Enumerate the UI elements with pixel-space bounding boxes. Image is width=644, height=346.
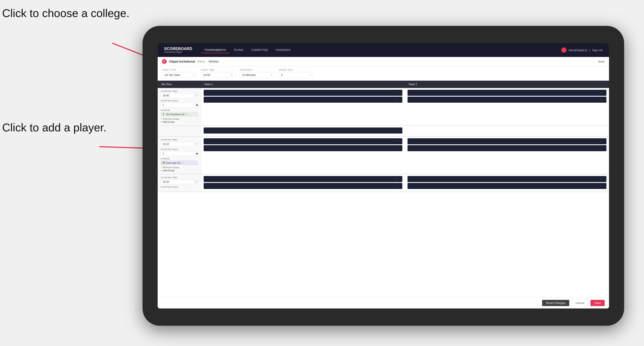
nav-user: blair@clippd.io | Sign out <box>561 47 602 53</box>
start-time-input[interactable]: 10:00 ⏱ <box>201 72 236 78</box>
nav-tab-committee[interactable]: COMMITTEE <box>248 47 272 53</box>
expand-icon[interactable]: ⋯ <box>398 185 400 187</box>
team2-cell-3: ✕ ⋯ ✕ ⋯ <box>405 174 609 192</box>
tablet-screen: SCOREBOARD Powered by clippd TOURNAMENTS… <box>158 43 609 309</box>
starting-hole-label: STARTING HOLE: <box>161 100 198 102</box>
player-slot[interactable]: ✕ ⋯ <box>408 145 606 151</box>
remove-player-icon[interactable]: ✕ <box>600 185 602 187</box>
left-col-1: STARTING TIME: ⏱ STARTING HOLE: ▾ COURSE… <box>158 88 201 126</box>
team2-cell-2: ✕ ⋯ ✕ ⋯ <box>405 136 609 174</box>
remove-course-icon[interactable]: ✕ <box>182 162 183 164</box>
course-tag-2[interactable]: 🌿 East Lake GC ✕ ⋯ <box>161 161 198 165</box>
player-slot[interactable]: ✕ ⋯ <box>204 176 402 182</box>
course-name-2: East Lake GC <box>166 162 181 164</box>
nav-bar: SCOREBOARD Powered by clippd TOURNAMENTS… <box>158 43 609 57</box>
course-label: COURSE: <box>161 158 198 160</box>
expand-icon[interactable]: ⋯ <box>398 129 400 132</box>
starting-hole-input-2[interactable] <box>161 151 195 156</box>
table-row: STARTING TIME: ⏱ STARTING HOLE: ✕ ⋯ <box>158 174 609 192</box>
sign-out-separator: | <box>589 48 590 52</box>
remove-player-icon[interactable]: ✕ <box>396 99 398 101</box>
player-slot[interactable]: ✕ ⋯ <box>408 183 606 189</box>
player-slot[interactable]: ✕ ⋯ <box>204 183 402 189</box>
course-label: COURSE: <box>161 109 198 111</box>
starting-time-input-1[interactable] <box>161 93 194 98</box>
add-group-btn-1[interactable]: + Add Group <box>161 121 198 123</box>
starting-hole-input-1[interactable] <box>161 103 195 107</box>
starting-time-label: STARTING TIME: <box>161 90 198 92</box>
player-slot[interactable]: ✕ ⋯ <box>204 145 402 151</box>
expand-icon[interactable]: ⋯ <box>398 147 400 150</box>
starting-time-input-2[interactable] <box>161 142 194 147</box>
course-icon: 🏌 <box>162 113 165 116</box>
expand-icon[interactable]: ⋯ <box>602 147 605 150</box>
expand-icon[interactable]: ⋯ <box>398 99 400 101</box>
remove-player-icon[interactable]: ✕ <box>396 147 398 150</box>
clock-icon: ⏱ <box>195 180 198 183</box>
player-slot[interactable]: ✕ ⋯ <box>408 176 606 182</box>
course-name-1: (A) Peachtree GC <box>166 113 185 116</box>
chevron-down-icon: ▾ <box>271 74 272 76</box>
expand-icon[interactable]: ⋯ <box>398 140 400 143</box>
table-row: STARTING TIME: ⏱ STARTING HOLE: ▾ COURSE… <box>158 88 609 126</box>
reset-changes-button[interactable]: Reset Changes <box>542 300 569 306</box>
nav-tab-tournaments[interactable]: TOURNAMENTS <box>201 47 229 53</box>
remove-player-icon[interactable]: ✕ <box>396 140 398 143</box>
player-slot[interactable]: ✕ ⋯ <box>408 138 606 144</box>
remove-player-icon[interactable]: ✕ <box>396 129 398 132</box>
sign-out-link[interactable]: Sign out <box>592 48 602 52</box>
save-button[interactable]: Save <box>590 300 605 306</box>
player-slot[interactable]: ✕ ⋯ <box>408 97 606 103</box>
expand-icon[interactable]: ⋯ <box>602 140 605 143</box>
tee-table: Tee Time Team 1 Team 2 STARTING TIME: ⏱ <box>158 81 609 192</box>
intervals-select[interactable]: 10 Minutes ▾ <box>240 72 274 78</box>
annotation-college: Click to choose a college. <box>2 6 130 20</box>
group-size-select[interactable]: 3 ▾ <box>278 72 313 78</box>
remove-player-icon[interactable]: ✕ <box>600 92 602 94</box>
remove-course-icon[interactable]: ✕ <box>186 113 188 115</box>
start-type-select[interactable]: 1st Tee Start ▾ <box>162 72 196 78</box>
remove-player-icon[interactable]: ✕ <box>600 140 602 143</box>
c-logo-icon: C <box>162 59 167 64</box>
remove-player-icon[interactable]: ✕ <box>396 92 398 94</box>
start-type-group: Start Type 1st Tee Start ▾ <box>162 69 196 78</box>
remove-group-btn-1[interactable]: ○ Remove Group <box>161 118 198 120</box>
cancel-button[interactable]: Cancel <box>572 300 588 306</box>
team1-cell-2: ✕ ⋯ ✕ ⋯ <box>201 136 405 174</box>
starting-time-input-3[interactable] <box>161 179 194 184</box>
expand-icon[interactable]: ⋯ <box>602 178 605 180</box>
player-slot[interactable]: ✕ ⋯ <box>408 90 606 96</box>
hosting-badge: Hosting <box>207 60 220 63</box>
add-group-btn-2[interactable]: + Add Group <box>161 169 198 172</box>
tournament-name: Clippd Invitational <box>169 60 195 63</box>
expand-course-icon[interactable]: ⋯ <box>188 113 190 115</box>
nav-tab-rankings[interactable]: RANKINGS <box>272 47 294 53</box>
expand-icon[interactable]: ⋯ <box>398 178 400 180</box>
group-size-group: Group Size 3 ▾ <box>278 69 313 78</box>
remove-player-icon[interactable]: ✕ <box>600 178 602 180</box>
player-slot[interactable]: ✕ ⋯ <box>204 138 402 144</box>
left-col-3: STARTING TIME: ⏱ STARTING HOLE: <box>158 174 201 192</box>
remove-player-icon[interactable]: ✕ <box>600 147 602 150</box>
expand-icon[interactable]: ⋯ <box>398 92 400 94</box>
tablet: SCOREBOARD Powered by clippd TOURNAMENTS… <box>142 26 624 326</box>
remove-player-icon[interactable]: ✕ <box>396 185 398 187</box>
player-slot[interactable]: ✕ ⋯ <box>204 97 402 103</box>
course-tag-1[interactable]: 🏌 (A) Peachtree GC ✕ ⋯ <box>161 112 198 116</box>
expand-icon[interactable]: ⋯ <box>602 185 605 187</box>
player-slot[interactable]: ✕ ⋯ <box>204 128 402 134</box>
player-slot[interactable]: ✕ ⋯ <box>204 90 402 96</box>
avatar <box>561 47 566 53</box>
expand-icon[interactable]: ⋯ <box>602 92 605 94</box>
start-time-group: Start Time 10:00 ⏱ <box>201 69 236 78</box>
nav-tab-teams[interactable]: TEAMS <box>230 47 247 53</box>
remove-player-icon[interactable]: ✕ <box>600 99 602 101</box>
clock-icon: ⏱ <box>195 94 198 97</box>
back-button[interactable]: Back <box>598 60 605 63</box>
expand-course-icon[interactable]: ⋯ <box>184 162 186 164</box>
remove-player-icon[interactable]: ✕ <box>396 178 398 180</box>
expand-icon[interactable]: ⋯ <box>602 99 605 101</box>
tournament-title: C Clippd Invitational (Men) Hosting <box>162 59 220 64</box>
annotation-player: Click to add a player. <box>2 121 106 134</box>
remove-group-btn-2[interactable]: ○ Remove Group <box>161 166 198 169</box>
